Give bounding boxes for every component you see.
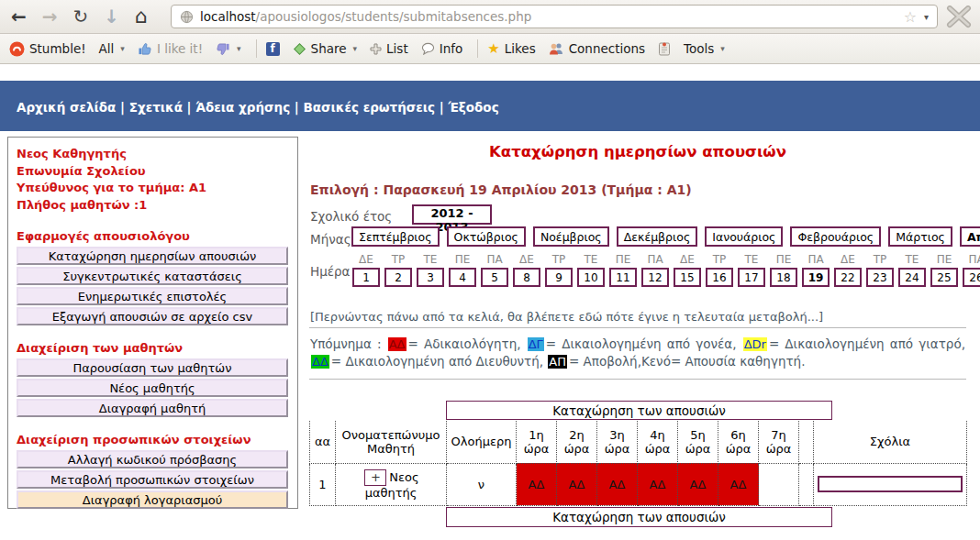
page-title: Καταχώρηση ημερησίων απουσιών <box>309 143 966 160</box>
day-button[interactable]: 1 <box>352 268 380 287</box>
list-button[interactable]: List <box>370 41 408 56</box>
weekday-header-row: ΔΕΤΡΤΕΠΕΠΑΔΕΤΡΤΕΠΕΠΑΔΕΤΡΤΕΠΕΠΑΔΕΤΡΤΕΠΕΠΑ <box>352 253 980 266</box>
day-label: Ημέρα <box>310 264 351 279</box>
weekday-label: ΤΕ <box>738 253 765 266</box>
dislike-button[interactable]: ▾ <box>216 42 241 56</box>
chevron-down-icon: ▾ <box>353 44 358 53</box>
sidebar-button[interactable]: Καταχώρηση ημερησίων απουσιών <box>17 247 288 265</box>
navbar-separator: | <box>435 100 448 115</box>
sidebar-button[interactable]: Διαγραφή μαθητή <box>17 399 288 417</box>
day-button[interactable]: 24 <box>898 268 926 287</box>
close-icon[interactable] <box>943 6 974 28</box>
weekday-label: ΔΕ <box>834 253 862 266</box>
fullday-cell[interactable]: ν <box>447 463 517 505</box>
day-button[interactable]: 4 <box>449 268 476 287</box>
navbar-link[interactable]: Έξοδος <box>448 100 498 115</box>
info-button[interactable]: Info <box>421 41 463 56</box>
day-button[interactable]: 19 <box>802 268 830 287</box>
month-button[interactable]: Φεβρουάριος <box>790 226 881 247</box>
day-button[interactable]: 23 <box>866 268 894 287</box>
hour-cell-5[interactable]: ΑΔ <box>678 463 718 505</box>
day-button[interactable]: 15 <box>674 268 701 287</box>
all-dropdown[interactable]: All ▾ <box>99 41 125 56</box>
spacer-cell <box>799 463 814 505</box>
month-button[interactable]: Σεπτέμβριος <box>351 226 440 247</box>
list-plus-icon <box>370 43 382 55</box>
sidebar-button[interactable]: Παρουσίαση των μαθητών <box>17 358 288 377</box>
divider <box>309 327 966 328</box>
sidebar-button[interactable]: Συγκεντρωτικές καταστάσεις <box>17 267 288 285</box>
legend-entry-desc: = Αδικαιολόγητη, <box>408 336 527 351</box>
hour-cell-7[interactable] <box>759 463 799 505</box>
tools-dropdown[interactable]: Tools ▾ <box>684 41 725 56</box>
day-button[interactable]: 8 <box>513 268 540 287</box>
bookmark-star-icon[interactable]: ☆ <box>904 8 917 26</box>
url-bar[interactable]: localhost/apousiologos/students/submitab… <box>171 5 938 28</box>
sidebar-button[interactable]: Νέος μαθητής <box>17 379 288 397</box>
month-button[interactable]: Ιανουάριος <box>705 226 783 247</box>
submit-absences-button-bottom[interactable]: Καταχώρηση των απουσιών <box>446 507 832 527</box>
day-button[interactable]: 10 <box>577 268 605 287</box>
day-button[interactable]: 25 <box>930 268 958 287</box>
share-icon <box>293 42 306 56</box>
day-button[interactable]: 17 <box>738 268 765 287</box>
comment-input[interactable] <box>818 476 963 492</box>
weekday-label: ΠΑ <box>481 253 508 266</box>
day-button[interactable]: 26 <box>963 268 980 287</box>
day-button[interactable]: 5 <box>481 268 508 287</box>
hour-cell-4[interactable]: ΑΔ <box>638 463 678 505</box>
day-button[interactable]: 18 <box>770 268 797 287</box>
day-button[interactable]: 2 <box>384 268 412 287</box>
day-button[interactable]: 3 <box>417 268 444 287</box>
submit-absences-button-top[interactable]: Καταχώρηση των απουσιών <box>446 401 832 420</box>
day-button[interactable]: 16 <box>706 268 733 287</box>
url-dropdown-icon[interactable]: ▾ <box>924 12 929 22</box>
sidebar-button[interactable]: Διαγραφή λογαριασμού <box>17 490 288 509</box>
day-button[interactable]: 12 <box>641 268 669 287</box>
navbar-link[interactable]: Σχετικά <box>129 100 183 115</box>
sidebar-button[interactable]: Αλλαγή κωδικού πρόσβασης <box>17 450 288 468</box>
hour-cell-6[interactable]: ΑΔ <box>718 463 759 505</box>
like-button[interactable]: I like it! <box>138 41 203 56</box>
reload-icon[interactable]: ↻ <box>73 3 89 30</box>
sidebar-button[interactable]: Εξαγωγή απουσιών σε αρχείο csv <box>17 307 288 325</box>
download-icon[interactable]: ↓ <box>104 3 119 30</box>
month-button[interactable]: Οκτώβριος <box>447 226 526 247</box>
likes-button[interactable]: ★ Likes <box>487 40 535 57</box>
chevron-down-icon: ▾ <box>237 44 241 53</box>
connections-button[interactable]: Connections <box>549 41 645 56</box>
month-button[interactable]: Δεκέμβριος <box>617 226 698 247</box>
back-icon[interactable]: ← <box>11 3 27 30</box>
hour-cell-1[interactable]: ΑΔ <box>517 463 557 505</box>
facebook-button[interactable]: f <box>266 42 280 56</box>
hour-cell-2[interactable]: ΑΔ <box>557 463 597 505</box>
sidebar-button[interactable]: Ενημερωτικές επιστολές <box>17 287 288 305</box>
hover-hint-text: [Περνώντας πάνω από τα κελιά, θα βλέπετε… <box>310 310 823 324</box>
navbar-link[interactable]: Βασικές ερωτήσεις <box>304 100 436 115</box>
tools-page-icon[interactable] <box>658 41 671 56</box>
forward-icon[interactable]: → <box>42 3 58 30</box>
header-spacer <box>799 421 814 463</box>
day-button[interactable]: 22 <box>834 268 862 287</box>
legend-text: Υπόμνημα : ΑΔ= Αδικαιολόγητη, ΔΓ= Δικαιο… <box>310 336 965 370</box>
home-icon[interactable]: ⌂ <box>135 3 148 30</box>
hour-cell-3[interactable]: ΑΔ <box>597 463 638 505</box>
expand-student-button[interactable]: + <box>364 469 386 486</box>
share-dropdown[interactable]: Share ▾ <box>293 41 358 56</box>
day-button[interactable]: 11 <box>609 268 637 287</box>
school-year-button[interactable]: 2012 - 2013 <box>412 204 492 225</box>
month-label: Μήνας <box>310 232 351 247</box>
sidebar-button[interactable]: Μεταβολή προσωπικών στοιχείων <box>17 470 288 489</box>
stumble-button[interactable]: Stumble! <box>9 41 86 57</box>
header-fullday: Ολοήμερη <box>447 421 517 463</box>
month-button[interactable]: Νοέμβριος <box>533 226 609 247</box>
day-button[interactable]: 9 <box>545 268 573 287</box>
month-button[interactable]: Απρίλιος <box>960 226 980 247</box>
weekday-label: ΠΕ <box>449 253 476 266</box>
navbar-link[interactable]: Αρχική σελίδα <box>17 100 116 115</box>
month-button[interactable]: Μάρτιος <box>888 226 952 247</box>
teacher-info-line: Επωνυμία Σχολείου <box>17 163 289 181</box>
selection-summary: Επιλογή : Παρασκευή 19 Απριλίου 2013 (Τμ… <box>310 182 692 197</box>
weekday-label: ΤΡ <box>384 253 412 266</box>
navbar-link[interactable]: Άδεια χρήσης <box>195 100 290 115</box>
